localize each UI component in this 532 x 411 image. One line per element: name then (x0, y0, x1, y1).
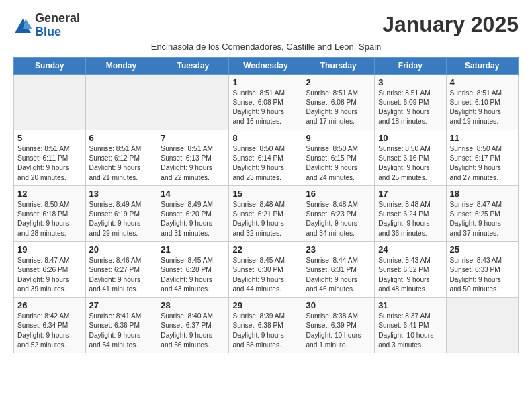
calendar-cell: 21Sunrise: 8:45 AM Sunset: 6:28 PM Dayli… (157, 241, 229, 297)
day-number: 16 (306, 189, 371, 199)
day-number: 30 (306, 300, 371, 310)
calendar-cell: 29Sunrise: 8:39 AM Sunset: 6:38 PM Dayli… (229, 298, 302, 353)
day-number: 29 (232, 300, 298, 310)
calendar-cell: 25Sunrise: 8:43 AM Sunset: 6:33 PM Dayli… (446, 241, 518, 297)
day-number: 25 (450, 244, 515, 255)
calendar-week-1: 1Sunrise: 8:51 AM Sunset: 6:08 PM Daylig… (14, 74, 519, 130)
weekday-header-sunday: Sunday (14, 57, 86, 74)
day-info: Sunrise: 8:51 AM Sunset: 6:11 PM Dayligh… (17, 144, 82, 183)
day-info: Sunrise: 8:46 AM Sunset: 6:27 PM Dayligh… (89, 256, 154, 294)
day-info: Sunrise: 8:41 AM Sunset: 6:36 PM Dayligh… (89, 312, 154, 350)
day-info: Sunrise: 8:42 AM Sunset: 6:34 PM Dayligh… (17, 312, 82, 350)
day-number: 23 (306, 244, 371, 255)
calendar-table: SundayMondayTuesdayWednesdayThursdayFrid… (13, 57, 519, 354)
day-number: 5 (17, 133, 82, 143)
day-info: Sunrise: 8:50 AM Sunset: 6:14 PM Dayligh… (232, 144, 298, 183)
calendar-cell: 27Sunrise: 8:41 AM Sunset: 6:36 PM Dayli… (85, 298, 157, 353)
weekday-header-monday: Monday (85, 57, 157, 74)
day-number: 3 (378, 77, 442, 87)
calendar-week-2: 5Sunrise: 8:51 AM Sunset: 6:11 PM Daylig… (14, 130, 519, 185)
day-info: Sunrise: 8:51 AM Sunset: 6:13 PM Dayligh… (161, 144, 225, 183)
calendar-cell: 2Sunrise: 8:51 AM Sunset: 6:08 PM Daylig… (302, 74, 375, 130)
calendar-cell: 24Sunrise: 8:43 AM Sunset: 6:32 PM Dayli… (375, 241, 446, 297)
day-number: 2 (306, 77, 371, 87)
calendar-cell: 1Sunrise: 8:51 AM Sunset: 6:08 PM Daylig… (229, 74, 302, 130)
calendar-cell: 13Sunrise: 8:49 AM Sunset: 6:19 PM Dayli… (85, 185, 157, 241)
logo: General Blue (13, 12, 80, 39)
calendar-week-3: 12Sunrise: 8:50 AM Sunset: 6:18 PM Dayli… (14, 185, 519, 241)
month-title: January 2025 (382, 12, 519, 37)
day-number: 18 (450, 189, 515, 199)
calendar-cell: 10Sunrise: 8:50 AM Sunset: 6:16 PM Dayli… (375, 130, 446, 185)
weekday-header-friday: Friday (375, 57, 446, 74)
day-number: 26 (17, 300, 82, 310)
day-info: Sunrise: 8:49 AM Sunset: 6:20 PM Dayligh… (161, 200, 225, 238)
day-number: 9 (306, 133, 371, 143)
calendar-cell: 28Sunrise: 8:40 AM Sunset: 6:37 PM Dayli… (157, 298, 229, 353)
calendar-cell: 22Sunrise: 8:45 AM Sunset: 6:30 PM Dayli… (229, 241, 302, 297)
calendar-cell (14, 74, 86, 130)
day-number: 17 (378, 189, 442, 199)
calendar-cell: 12Sunrise: 8:50 AM Sunset: 6:18 PM Dayli… (14, 185, 86, 241)
day-info: Sunrise: 8:49 AM Sunset: 6:19 PM Dayligh… (89, 200, 154, 238)
day-number: 28 (161, 300, 225, 310)
day-info: Sunrise: 8:47 AM Sunset: 6:25 PM Dayligh… (450, 200, 515, 238)
calendar-cell: 16Sunrise: 8:48 AM Sunset: 6:23 PM Dayli… (302, 185, 375, 241)
day-number: 27 (89, 300, 154, 310)
day-info: Sunrise: 8:43 AM Sunset: 6:33 PM Dayligh… (450, 256, 515, 294)
calendar-cell: 26Sunrise: 8:42 AM Sunset: 6:34 PM Dayli… (14, 298, 86, 353)
day-info: Sunrise: 8:48 AM Sunset: 6:21 PM Dayligh… (232, 200, 298, 238)
calendar-cell: 20Sunrise: 8:46 AM Sunset: 6:27 PM Dayli… (85, 241, 157, 297)
day-number: 22 (232, 244, 298, 255)
day-info: Sunrise: 8:50 AM Sunset: 6:18 PM Dayligh… (17, 200, 82, 238)
day-number: 4 (450, 77, 515, 87)
day-info: Sunrise: 8:51 AM Sunset: 6:09 PM Dayligh… (378, 89, 442, 127)
calendar-cell: 14Sunrise: 8:49 AM Sunset: 6:20 PM Dayli… (157, 185, 229, 241)
calendar-cell: 15Sunrise: 8:48 AM Sunset: 6:21 PM Dayli… (229, 185, 302, 241)
weekday-header-row: SundayMondayTuesdayWednesdayThursdayFrid… (14, 57, 519, 74)
title-block: January 2025 (382, 12, 519, 37)
day-info: Sunrise: 8:38 AM Sunset: 6:39 PM Dayligh… (306, 312, 371, 350)
calendar-cell: 18Sunrise: 8:47 AM Sunset: 6:25 PM Dayli… (446, 185, 518, 241)
calendar-cell: 19Sunrise: 8:47 AM Sunset: 6:26 PM Dayli… (14, 241, 86, 297)
calendar-cell: 6Sunrise: 8:51 AM Sunset: 6:12 PM Daylig… (85, 130, 157, 185)
day-info: Sunrise: 8:48 AM Sunset: 6:23 PM Dayligh… (306, 200, 371, 238)
day-number: 14 (161, 189, 225, 199)
day-number: 15 (232, 189, 298, 199)
day-info: Sunrise: 8:51 AM Sunset: 6:08 PM Dayligh… (232, 89, 298, 127)
calendar-subtitle: Encinasola de los Comendadores, Castille… (13, 42, 519, 52)
day-info: Sunrise: 8:40 AM Sunset: 6:37 PM Dayligh… (161, 312, 225, 350)
day-info: Sunrise: 8:47 AM Sunset: 6:26 PM Dayligh… (17, 256, 82, 294)
day-number: 8 (232, 133, 298, 143)
day-info: Sunrise: 8:45 AM Sunset: 6:28 PM Dayligh… (161, 256, 225, 294)
day-info: Sunrise: 8:44 AM Sunset: 6:31 PM Dayligh… (306, 256, 371, 294)
weekday-header-saturday: Saturday (446, 57, 518, 74)
calendar-cell: 8Sunrise: 8:50 AM Sunset: 6:14 PM Daylig… (229, 130, 302, 185)
header-top: General Blue January 2025 (13, 12, 519, 39)
calendar-cell: 3Sunrise: 8:51 AM Sunset: 6:09 PM Daylig… (375, 74, 446, 130)
calendar-cell: 7Sunrise: 8:51 AM Sunset: 6:13 PM Daylig… (157, 130, 229, 185)
day-info: Sunrise: 8:51 AM Sunset: 6:08 PM Dayligh… (306, 89, 371, 127)
weekday-header-thursday: Thursday (302, 57, 375, 74)
calendar-cell (446, 298, 518, 353)
logo-general: General (35, 12, 80, 26)
day-info: Sunrise: 8:48 AM Sunset: 6:24 PM Dayligh… (378, 200, 442, 238)
logo-icon (13, 17, 32, 36)
day-number: 24 (378, 244, 442, 255)
day-number: 10 (378, 133, 442, 143)
calendar-cell: 23Sunrise: 8:44 AM Sunset: 6:31 PM Dayli… (302, 241, 375, 297)
weekday-header-wednesday: Wednesday (229, 57, 302, 74)
day-number: 13 (89, 189, 154, 199)
day-number: 12 (17, 189, 82, 199)
calendar-cell: 9Sunrise: 8:50 AM Sunset: 6:15 PM Daylig… (302, 130, 375, 185)
day-info: Sunrise: 8:39 AM Sunset: 6:38 PM Dayligh… (232, 312, 298, 350)
weekday-header-tuesday: Tuesday (157, 57, 229, 74)
svg-marker-1 (23, 19, 32, 29)
calendar-cell: 4Sunrise: 8:51 AM Sunset: 6:10 PM Daylig… (446, 74, 518, 130)
logo-text: General Blue (35, 12, 80, 39)
calendar-week-4: 19Sunrise: 8:47 AM Sunset: 6:26 PM Dayli… (14, 241, 519, 297)
calendar-week-5: 26Sunrise: 8:42 AM Sunset: 6:34 PM Dayli… (14, 298, 519, 353)
day-number: 20 (89, 244, 154, 255)
logo-blue: Blue (35, 26, 80, 39)
day-number: 31 (378, 300, 442, 310)
